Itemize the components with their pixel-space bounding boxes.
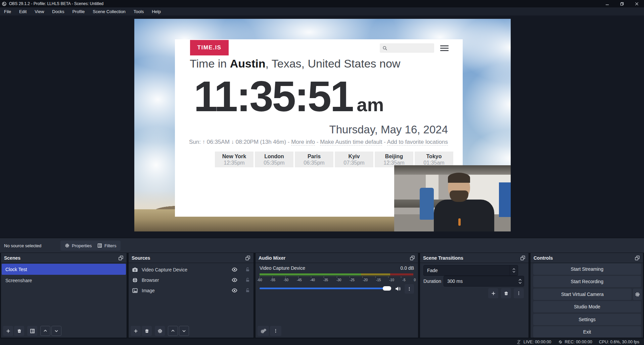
source-item-image[interactable]: Image xyxy=(129,285,254,296)
scene-item-clock-test[interactable]: Clock Test xyxy=(2,264,126,275)
menu-profile[interactable]: Profile xyxy=(68,7,89,15)
visibility-eye-icon[interactable] xyxy=(232,277,237,283)
popout-icon[interactable] xyxy=(245,255,250,261)
studio-mode-button[interactable]: Studio Mode xyxy=(533,301,641,312)
settings-button[interactable]: Settings xyxy=(533,314,641,325)
timeis-search-box xyxy=(380,43,434,53)
add-scene-button[interactable] xyxy=(3,326,13,336)
sources-panel: Sources Video Capture Device xyxy=(128,253,254,338)
lock-icon[interactable] xyxy=(245,267,250,272)
properties-button[interactable]: Properties xyxy=(60,241,96,251)
menu-help[interactable]: Help xyxy=(148,7,165,15)
timeis-heading: Time in Austin, Texas, United States now xyxy=(190,57,400,70)
start-streaming-button[interactable]: Start Streaming xyxy=(533,263,641,275)
more-info-link: More info xyxy=(291,139,315,145)
scene-move-up-button[interactable] xyxy=(40,326,50,336)
menu-tools[interactable]: Tools xyxy=(130,7,148,15)
remove-transition-button[interactable] xyxy=(501,288,511,298)
timeis-logo: TIME.IS xyxy=(190,40,229,55)
remove-scene-button[interactable] xyxy=(14,326,24,336)
lock-icon[interactable] xyxy=(245,277,250,283)
timeis-city-row: New York12:35pm London05:35pm Paris06:35… xyxy=(215,152,453,167)
chevron-up-icon xyxy=(171,329,175,333)
source-properties-button[interactable] xyxy=(155,326,165,336)
maximize-button[interactable] xyxy=(614,0,629,7)
preview-area: TIME.IS Time in Austin, Texas, United St… xyxy=(0,15,644,238)
add-source-button[interactable] xyxy=(131,326,141,336)
gear-icon xyxy=(65,243,70,248)
minimize-button[interactable] xyxy=(600,0,614,7)
favorite-link: Add to favorite locations xyxy=(387,139,448,145)
scenes-panel: Scenes Clock Test Screenshare xyxy=(1,253,127,338)
gear-icon xyxy=(635,292,640,297)
city-card: Beijing12:35am xyxy=(375,152,413,167)
mixer-options-button[interactable] xyxy=(405,284,414,294)
stream-inactive-icon xyxy=(516,340,521,344)
status-bar: LIVE: 00:00:00 REC: 00:00:00 CPU: 0.6%, … xyxy=(0,339,644,345)
window-title: OBS 29.1.2 - Profile: LLHLS BETA - Scene… xyxy=(9,1,103,6)
sources-title: Sources xyxy=(132,255,150,261)
chevron-up-icon xyxy=(512,268,515,270)
advanced-audio-button[interactable] xyxy=(258,326,269,336)
visibility-eye-icon[interactable] xyxy=(232,288,237,293)
menu-view[interactable]: View xyxy=(31,7,48,15)
duration-spinner[interactable] xyxy=(518,279,522,284)
source-item-browser[interactable]: Browser xyxy=(129,275,254,285)
scene-item-screenshare[interactable]: Screenshare xyxy=(2,275,126,286)
close-button[interactable] xyxy=(629,0,644,7)
popout-icon[interactable] xyxy=(520,255,525,261)
start-virtual-camera-button[interactable]: Start Virtual Camera xyxy=(533,289,632,300)
dots-vertical-icon xyxy=(273,329,278,333)
webcam-source xyxy=(394,165,511,231)
city-card: New York12:35pm xyxy=(215,152,254,167)
popout-icon[interactable] xyxy=(118,255,124,261)
live-status: LIVE: 00:00:00 xyxy=(516,340,551,344)
mixer-menu-button[interactable] xyxy=(270,326,281,336)
dots-vertical-icon xyxy=(407,287,412,291)
program-canvas[interactable]: TIME.IS Time in Austin, Texas, United St… xyxy=(134,19,511,231)
duration-label: Duration xyxy=(423,278,441,284)
popout-icon[interactable] xyxy=(635,255,640,261)
source-status: No source selected xyxy=(4,238,41,253)
search-icon xyxy=(382,46,387,51)
volume-slider[interactable] xyxy=(260,288,390,289)
menu-scene-collection[interactable]: Scene Collection xyxy=(89,7,130,15)
audio-mixer-title: Audio Mixer xyxy=(259,255,285,261)
source-move-down-button[interactable] xyxy=(179,326,189,336)
source-toolbar: No source selected Properties Filters xyxy=(0,238,644,253)
transition-options-button[interactable] xyxy=(514,288,524,298)
double-gear-icon xyxy=(261,329,266,334)
duration-spinbox[interactable]: 300 ms xyxy=(444,276,524,287)
remove-source-button[interactable] xyxy=(142,326,152,336)
close-icon xyxy=(635,2,639,6)
transition-select-spinner[interactable] xyxy=(510,265,518,275)
add-transition-button[interactable] xyxy=(488,288,498,298)
webcam-person xyxy=(434,200,494,231)
rec-status: REC: 00:00:00 xyxy=(558,340,592,344)
volume-slider-handle[interactable] xyxy=(383,286,391,291)
visibility-eye-icon[interactable] xyxy=(232,267,237,272)
city-card: Paris06:35pm xyxy=(295,152,333,167)
source-move-up-button[interactable] xyxy=(168,326,178,336)
menu-docks[interactable]: Docks xyxy=(48,7,68,15)
source-item-video-capture[interactable]: Video Capture Device xyxy=(129,264,254,275)
lock-icon[interactable] xyxy=(245,288,250,293)
exit-button[interactable]: Exit xyxy=(533,326,641,338)
cpu-status: CPU: 0.6%, 30.00 fps xyxy=(599,340,639,344)
virtual-camera-config-button[interactable] xyxy=(633,289,642,300)
start-recording-button[interactable]: Start Recording xyxy=(533,276,641,287)
speaker-icon[interactable] xyxy=(395,286,401,292)
filters-button[interactable]: Filters xyxy=(93,241,121,251)
trash-icon xyxy=(144,329,149,334)
scene-filters-button[interactable] xyxy=(27,326,37,336)
timeis-clock: 11:35:51 am xyxy=(194,72,384,121)
menu-edit[interactable]: Edit xyxy=(15,7,31,15)
record-inactive-icon xyxy=(558,340,563,344)
transition-select[interactable]: Fade xyxy=(423,265,518,276)
timeis-sun-line: Sun: ↑ 06:35AM ↓ 08:20PM (13h 46m) - Mor… xyxy=(189,139,448,145)
scene-move-down-button[interactable] xyxy=(51,326,61,336)
chevron-down-icon xyxy=(182,329,186,333)
hamburger-icon xyxy=(440,45,449,51)
popout-icon[interactable] xyxy=(410,255,415,261)
menu-file[interactable]: File xyxy=(0,7,15,15)
